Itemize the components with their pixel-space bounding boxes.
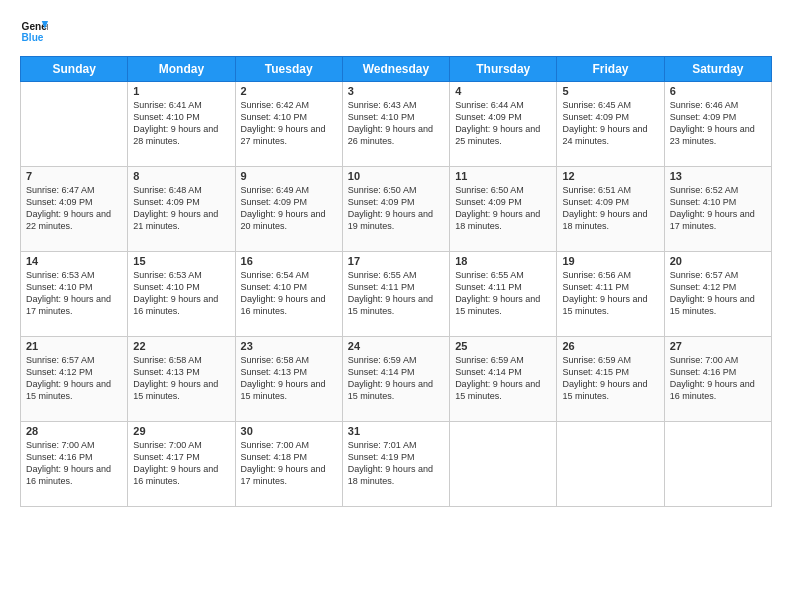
week-row-1: 1Sunrise: 6:41 AMSunset: 4:10 PMDaylight… [21, 82, 772, 167]
calendar-cell: 29Sunrise: 7:00 AMSunset: 4:17 PMDayligh… [128, 422, 235, 507]
cell-info: Sunrise: 6:56 AMSunset: 4:11 PMDaylight:… [562, 270, 647, 316]
calendar-cell: 15Sunrise: 6:53 AMSunset: 4:10 PMDayligh… [128, 252, 235, 337]
calendar-cell: 13Sunrise: 6:52 AMSunset: 4:10 PMDayligh… [664, 167, 771, 252]
calendar-cell [664, 422, 771, 507]
col-header-thursday: Thursday [450, 57, 557, 82]
calendar-cell [21, 82, 128, 167]
cell-info: Sunrise: 6:48 AMSunset: 4:09 PMDaylight:… [133, 185, 218, 231]
calendar-cell: 8Sunrise: 6:48 AMSunset: 4:09 PMDaylight… [128, 167, 235, 252]
cell-info: Sunrise: 6:59 AMSunset: 4:15 PMDaylight:… [562, 355, 647, 401]
cell-info: Sunrise: 6:46 AMSunset: 4:09 PMDaylight:… [670, 100, 755, 146]
cell-info: Sunrise: 7:00 AMSunset: 4:16 PMDaylight:… [26, 440, 111, 486]
week-row-4: 21Sunrise: 6:57 AMSunset: 4:12 PMDayligh… [21, 337, 772, 422]
col-header-wednesday: Wednesday [342, 57, 449, 82]
cell-info: Sunrise: 6:42 AMSunset: 4:10 PMDaylight:… [241, 100, 326, 146]
calendar-cell: 23Sunrise: 6:58 AMSunset: 4:13 PMDayligh… [235, 337, 342, 422]
cell-info: Sunrise: 6:57 AMSunset: 4:12 PMDaylight:… [26, 355, 111, 401]
cell-info: Sunrise: 6:53 AMSunset: 4:10 PMDaylight:… [26, 270, 111, 316]
cell-info: Sunrise: 7:01 AMSunset: 4:19 PMDaylight:… [348, 440, 433, 486]
calendar-cell: 9Sunrise: 6:49 AMSunset: 4:09 PMDaylight… [235, 167, 342, 252]
calendar-cell: 11Sunrise: 6:50 AMSunset: 4:09 PMDayligh… [450, 167, 557, 252]
cell-info: Sunrise: 6:58 AMSunset: 4:13 PMDaylight:… [241, 355, 326, 401]
cell-info: Sunrise: 6:55 AMSunset: 4:11 PMDaylight:… [455, 270, 540, 316]
calendar-cell: 31Sunrise: 7:01 AMSunset: 4:19 PMDayligh… [342, 422, 449, 507]
day-number: 20 [670, 255, 766, 267]
day-number: 7 [26, 170, 122, 182]
day-number: 8 [133, 170, 229, 182]
cell-info: Sunrise: 6:51 AMSunset: 4:09 PMDaylight:… [562, 185, 647, 231]
day-number: 10 [348, 170, 444, 182]
day-number: 4 [455, 85, 551, 97]
calendar-cell: 12Sunrise: 6:51 AMSunset: 4:09 PMDayligh… [557, 167, 664, 252]
cell-info: Sunrise: 6:59 AMSunset: 4:14 PMDaylight:… [455, 355, 540, 401]
cell-info: Sunrise: 7:00 AMSunset: 4:17 PMDaylight:… [133, 440, 218, 486]
col-header-friday: Friday [557, 57, 664, 82]
cell-info: Sunrise: 6:44 AMSunset: 4:09 PMDaylight:… [455, 100, 540, 146]
calendar-cell: 19Sunrise: 6:56 AMSunset: 4:11 PMDayligh… [557, 252, 664, 337]
day-number: 1 [133, 85, 229, 97]
day-number: 6 [670, 85, 766, 97]
day-number: 27 [670, 340, 766, 352]
logo: General Blue [20, 18, 48, 46]
day-number: 12 [562, 170, 658, 182]
calendar-cell: 3Sunrise: 6:43 AMSunset: 4:10 PMDaylight… [342, 82, 449, 167]
cell-info: Sunrise: 6:54 AMSunset: 4:10 PMDaylight:… [241, 270, 326, 316]
cell-info: Sunrise: 6:41 AMSunset: 4:10 PMDaylight:… [133, 100, 218, 146]
calendar-cell: 25Sunrise: 6:59 AMSunset: 4:14 PMDayligh… [450, 337, 557, 422]
day-number: 16 [241, 255, 337, 267]
calendar-cell: 4Sunrise: 6:44 AMSunset: 4:09 PMDaylight… [450, 82, 557, 167]
week-row-3: 14Sunrise: 6:53 AMSunset: 4:10 PMDayligh… [21, 252, 772, 337]
cell-info: Sunrise: 6:58 AMSunset: 4:13 PMDaylight:… [133, 355, 218, 401]
day-number: 13 [670, 170, 766, 182]
cell-info: Sunrise: 6:55 AMSunset: 4:11 PMDaylight:… [348, 270, 433, 316]
day-number: 29 [133, 425, 229, 437]
svg-text:Blue: Blue [22, 32, 44, 43]
calendar-cell: 21Sunrise: 6:57 AMSunset: 4:12 PMDayligh… [21, 337, 128, 422]
day-number: 18 [455, 255, 551, 267]
calendar-cell: 26Sunrise: 6:59 AMSunset: 4:15 PMDayligh… [557, 337, 664, 422]
day-number: 23 [241, 340, 337, 352]
logo-icon: General Blue [20, 18, 48, 46]
col-header-monday: Monday [128, 57, 235, 82]
week-row-2: 7Sunrise: 6:47 AMSunset: 4:09 PMDaylight… [21, 167, 772, 252]
cell-info: Sunrise: 6:47 AMSunset: 4:09 PMDaylight:… [26, 185, 111, 231]
day-number: 30 [241, 425, 337, 437]
calendar-cell: 24Sunrise: 6:59 AMSunset: 4:14 PMDayligh… [342, 337, 449, 422]
week-row-5: 28Sunrise: 7:00 AMSunset: 4:16 PMDayligh… [21, 422, 772, 507]
day-number: 9 [241, 170, 337, 182]
calendar-cell [450, 422, 557, 507]
calendar-cell: 14Sunrise: 6:53 AMSunset: 4:10 PMDayligh… [21, 252, 128, 337]
cell-info: Sunrise: 7:00 AMSunset: 4:16 PMDaylight:… [670, 355, 755, 401]
col-header-saturday: Saturday [664, 57, 771, 82]
cell-info: Sunrise: 6:50 AMSunset: 4:09 PMDaylight:… [455, 185, 540, 231]
calendar-cell: 18Sunrise: 6:55 AMSunset: 4:11 PMDayligh… [450, 252, 557, 337]
day-number: 21 [26, 340, 122, 352]
cell-info: Sunrise: 6:45 AMSunset: 4:09 PMDaylight:… [562, 100, 647, 146]
cell-info: Sunrise: 7:00 AMSunset: 4:18 PMDaylight:… [241, 440, 326, 486]
cell-info: Sunrise: 6:59 AMSunset: 4:14 PMDaylight:… [348, 355, 433, 401]
day-number: 28 [26, 425, 122, 437]
cell-info: Sunrise: 6:57 AMSunset: 4:12 PMDaylight:… [670, 270, 755, 316]
header: General Blue [20, 18, 772, 46]
day-number: 17 [348, 255, 444, 267]
day-number: 3 [348, 85, 444, 97]
col-header-sunday: Sunday [21, 57, 128, 82]
day-number: 24 [348, 340, 444, 352]
calendar-cell: 28Sunrise: 7:00 AMSunset: 4:16 PMDayligh… [21, 422, 128, 507]
day-number: 5 [562, 85, 658, 97]
calendar-cell: 6Sunrise: 6:46 AMSunset: 4:09 PMDaylight… [664, 82, 771, 167]
calendar-cell: 7Sunrise: 6:47 AMSunset: 4:09 PMDaylight… [21, 167, 128, 252]
day-number: 15 [133, 255, 229, 267]
day-number: 22 [133, 340, 229, 352]
day-number: 2 [241, 85, 337, 97]
calendar-cell: 17Sunrise: 6:55 AMSunset: 4:11 PMDayligh… [342, 252, 449, 337]
calendar-cell: 20Sunrise: 6:57 AMSunset: 4:12 PMDayligh… [664, 252, 771, 337]
cell-info: Sunrise: 6:53 AMSunset: 4:10 PMDaylight:… [133, 270, 218, 316]
cell-info: Sunrise: 6:50 AMSunset: 4:09 PMDaylight:… [348, 185, 433, 231]
calendar-cell: 5Sunrise: 6:45 AMSunset: 4:09 PMDaylight… [557, 82, 664, 167]
calendar-table: SundayMondayTuesdayWednesdayThursdayFrid… [20, 56, 772, 507]
day-number: 26 [562, 340, 658, 352]
day-number: 25 [455, 340, 551, 352]
day-number: 11 [455, 170, 551, 182]
day-number: 19 [562, 255, 658, 267]
